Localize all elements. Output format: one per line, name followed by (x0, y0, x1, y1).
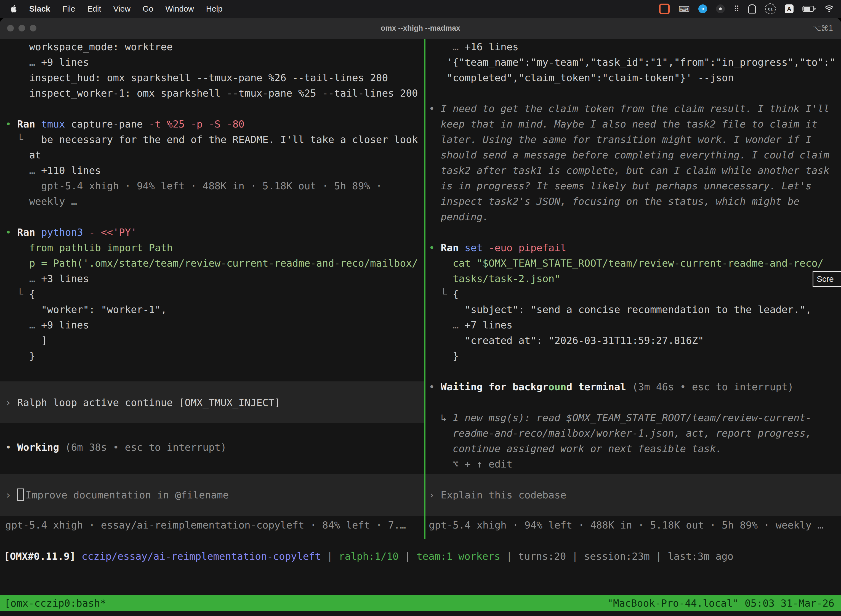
prompt-input-right[interactable]: › Explain this codebase (425, 474, 841, 516)
terminal-window: omx --xhigh --madmax ⌥⌘1 workspace_mode:… (0, 18, 841, 616)
model-statusline-right: gpt-5.4 xhigh · 94% left · 488K in · 5.1… (425, 518, 841, 533)
battery-percent-icon[interactable]: 61 (765, 3, 776, 14)
menu-item-go[interactable]: Go (143, 4, 154, 13)
terminal-line: at (0, 147, 424, 163)
menu-item-view[interactable]: View (113, 4, 130, 13)
terminal-line: ⌥ + ↑ edit (425, 456, 841, 472)
terminal-line: inspect_worker-1: omx sparkshell --tmux-… (0, 85, 424, 101)
terminal-line (0, 209, 424, 224)
terminal-line: } (425, 348, 841, 364)
terminal-line: "worker": "worker-1", (0, 302, 424, 317)
terminal-line (425, 395, 841, 410)
pane-left-lines: workspace_mode: worktree … +9 lines insp… (0, 39, 424, 364)
minimize-button[interactable] (19, 25, 25, 31)
omx-statusline: [OMX#0.11.9] cczip/essay/ai-reimplementa… (0, 549, 841, 564)
terminal-line: task2 after task1 is complete, but can I… (425, 163, 841, 178)
terminal-line: … +7 lines (425, 317, 841, 333)
agent-pane-right: … +16 lines '{"team_name":"my-team","tas… (425, 39, 841, 539)
terminal-line: inspect_hud: omx sparkshell --tmux-pane … (0, 70, 424, 85)
traffic-lights (7, 25, 37, 31)
terminal-line: … +9 lines (0, 55, 424, 70)
terminal-line: "subject": "send a concise recommendatio… (425, 302, 841, 317)
keyboard-icon[interactable]: ⌨ (678, 3, 690, 14)
close-button[interactable] (7, 25, 14, 31)
input-source-icon[interactable]: A (785, 3, 794, 14)
dots-grid-icon[interactable]: ⠿ (734, 3, 740, 14)
terminal-line: gpt-5.4 xhigh · 94% left · 488K in · 5.1… (0, 178, 424, 194)
terminal-line: later. Using the same for transition mig… (425, 132, 841, 147)
terminal-line: workspace_mode: worktree (0, 39, 424, 55)
terminal-line: … +3 lines (0, 271, 424, 286)
menu-status-icons: ⌨ ➤ ⠿ 61 A (659, 3, 841, 14)
terminal-line (425, 364, 841, 379)
terminal-line: is in progress? It seems likely but perh… (425, 178, 841, 194)
terminal-line: "completed","claim_token":"claim-token"}… (425, 70, 841, 85)
terminal-line: should send a message before completing … (425, 147, 841, 163)
screen-recording-stop-icon[interactable] (659, 3, 670, 14)
terminal-line: … +9 lines (0, 317, 424, 333)
menu-bar: Slack File Edit View Go Window Help ⌨ ➤ … (0, 0, 841, 18)
prompt-input-left[interactable]: › Improve documentation in @filename (0, 474, 424, 516)
apple-menu-icon[interactable] (10, 3, 17, 14)
terminal-line (425, 85, 841, 101)
ghost-icon[interactable] (748, 3, 756, 14)
window-shortcut-badge: ⌥⌘1 (813, 24, 833, 32)
terminal-line: … +16 lines (425, 39, 841, 55)
tmux-host-clock: "MacBook-Pro-44.local" 05:03 31-Mar-26 (607, 597, 834, 609)
screen-share-tooltip: Scre (813, 271, 841, 287)
ralph-loop-banner: › Ralph loop active continue [OMX_TMUX_I… (0, 381, 424, 423)
terminal-line: tasks/task-2.json" (425, 271, 841, 286)
terminal-line: '{"team_name":"my-team","task_id":"1","f… (425, 55, 841, 70)
terminal-line: } (0, 348, 424, 364)
menu-left: Slack File Edit View Go Window Help (0, 3, 223, 14)
menu-item-edit[interactable]: Edit (88, 4, 101, 13)
terminal-line: continue assigned work or next feasible … (425, 441, 841, 456)
terminal-line: └ { (425, 286, 841, 302)
menu-item-file[interactable]: File (62, 4, 75, 13)
telegram-icon[interactable]: ➤ (698, 3, 707, 14)
text-cursor (17, 488, 24, 501)
pane-right-lines: … +16 lines '{"team_name":"my-team","tas… (425, 39, 841, 472)
terminal-line: ] (0, 333, 424, 348)
terminal-line: └ be necessary for the end of the README… (0, 132, 424, 147)
terminal: workspace_mode: worktree … +9 lines insp… (0, 39, 841, 616)
model-statusline-left: gpt-5.4 xhigh · essay/ai-reimplementatio… (0, 518, 424, 533)
terminal-line: inspect task2's JSON, focusing on the st… (425, 194, 841, 209)
terminal-line: "created_at": "2026-03-31T11:59:27.816Z" (425, 333, 841, 348)
terminal-line: p = Path('.omx/state/team/review-current… (0, 255, 424, 271)
terminal-line: ↳ 1 new msg(s): read $OMX_TEAM_STATE_ROO… (425, 410, 841, 425)
desktop: Slack File Edit View Go Window Help ⌨ ➤ … (0, 0, 841, 616)
menu-item-help[interactable]: Help (206, 4, 223, 13)
terminal-line (425, 224, 841, 240)
terminal-line: readme-and-reco/mailbox/worker-1.json, a… (425, 425, 841, 441)
wifi-icon[interactable] (825, 3, 834, 14)
zoom-button[interactable] (30, 25, 37, 31)
terminal-line: • I need to get the claim token from the… (425, 101, 841, 116)
app-menu-slack[interactable]: Slack (29, 4, 50, 13)
menu-item-window[interactable]: Window (166, 4, 194, 13)
agent-pane-left: workspace_mode: worktree … +9 lines insp… (0, 39, 424, 539)
terminal-line: cat "$OMX_TEAM_STATE_ROOT/team/review-cu… (425, 255, 841, 271)
terminal-line: weekly … (0, 194, 424, 209)
terminal-line: from pathlib import Path (0, 240, 424, 255)
terminal-line: keep that in mind. Maybe I also need the… (425, 116, 841, 132)
tmux-status-bar: [omx-cczip0:bash* "MacBook-Pro-44.local"… (0, 595, 841, 611)
dark-app-icon[interactable] (716, 3, 725, 14)
terminal-line (0, 101, 424, 116)
terminal-line: └ { (0, 286, 424, 302)
terminal-line: • Ran python3 - <<'PY' (0, 224, 424, 240)
terminal-line: • Ran tmux capture-pane -t %25 -p -S -80 (0, 116, 424, 132)
battery-icon[interactable] (802, 3, 816, 14)
terminal-line: • Waiting for background terminal (3m 46… (425, 379, 841, 395)
terminal-line: … +110 lines (0, 163, 424, 178)
window-titlebar[interactable]: omx --xhigh --madmax ⌥⌘1 (0, 18, 841, 39)
working-status: • Working (6m 38s • esc to interrupt) (0, 440, 424, 455)
terminal-line: • Ran set -euo pipefail (425, 240, 841, 255)
tmux-session-label: [omx-cczip0:bash* (4, 597, 106, 609)
terminal-line: pending. (425, 209, 841, 224)
window-title: omx --xhigh --madmax (0, 24, 841, 32)
